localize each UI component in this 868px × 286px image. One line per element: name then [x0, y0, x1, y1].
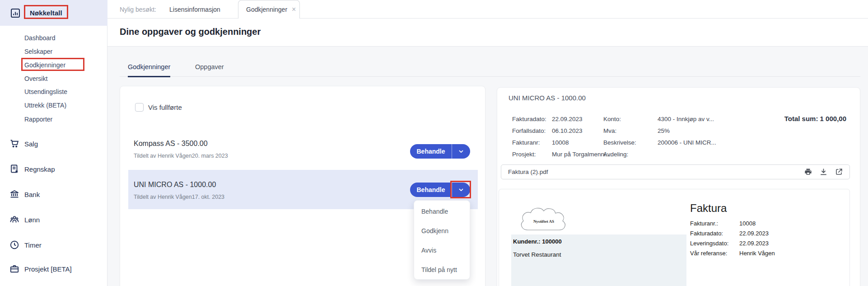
behandle-button[interactable]: Behandle: [410, 148, 452, 155]
tab-lisensinformasjon[interactable]: Lisensinformasjon: [169, 6, 220, 13]
sidebar-item-label: Salg: [24, 140, 38, 148]
bank-icon: [9, 189, 20, 200]
invoice-field-value: 22.09.2023: [739, 240, 769, 247]
app-title: Nøkkeltall: [30, 9, 62, 17]
page-title: Dine oppgaver og godkjenninger: [120, 27, 261, 37]
tab-godkjenninger-main[interactable]: Godkjenninger: [128, 56, 170, 77]
invoice-field-label: Vår referanse:: [690, 250, 727, 257]
invoice-field-label: Fakturadato:: [690, 230, 723, 237]
sidebar-item-regnskap[interactable]: Regnskap: [0, 163, 107, 175]
print-icon[interactable]: [804, 168, 812, 176]
sidebar-item-label: Regnskap: [24, 165, 55, 173]
behandle-button[interactable]: Behandle: [410, 186, 452, 193]
approval-item-title[interactable]: UNI MICRO AS - 1000.00: [134, 181, 216, 189]
chevron-down-icon[interactable]: [452, 187, 470, 193]
detail-panel: UNI MICRO AS - 1000.00 Fakturadato: 22.0…: [497, 87, 860, 286]
tab-godkjenninger[interactable]: Godkjenninger ×: [238, 0, 300, 19]
sidebar-item-godkjenninger[interactable]: Godkjenninger: [24, 61, 65, 69]
topbar: Nylig besøkt: Lisensinformasjon Godkjenn…: [107, 0, 868, 19]
field-label: Konto:: [603, 116, 621, 122]
field-value: 10008: [552, 139, 569, 146]
download-icon[interactable]: [819, 168, 828, 176]
content-area: Godkjenninger Oppgaver Vis fullførte Kom…: [107, 47, 868, 286]
people-icon: [9, 214, 20, 225]
approval-item-assigned: Tildelt av Henrik Vågen17. okt. 2023: [134, 194, 224, 200]
field-value: Mur på Torgalmenni...: [552, 151, 611, 158]
menu-item-tildel-pa-nytt[interactable]: Tildel på nytt: [414, 260, 470, 279]
clock-icon: [9, 239, 20, 250]
sidebar-item-prosjekt[interactable]: Prosjekt [BETA]: [0, 263, 107, 275]
approvals-panel: Vis fullførte Kompass AS - 3500.00 Tilde…: [120, 86, 485, 286]
approval-item-title[interactable]: Kompass AS - 3500.00: [134, 140, 208, 148]
menu-item-godkjenn[interactable]: Godkjenn: [414, 221, 470, 240]
sidebar-item-oversikt[interactable]: Oversikt: [24, 75, 47, 82]
invoice-preview: Nystiftet AS Kundenr.: 100000 Torvet Res…: [499, 189, 850, 286]
invoice-title: Faktura: [690, 202, 727, 215]
field-value: 06.10.2023: [552, 127, 583, 134]
sidebar-item-label: Prosjekt [BETA]: [24, 265, 72, 273]
ledger-icon: [9, 164, 20, 174]
field-value: 25%: [658, 127, 670, 134]
field-label: Forfallsdato:: [512, 127, 546, 134]
approval-item-assigned: Tildelt av Henrik Vågen20. mars 2023: [134, 153, 228, 159]
show-completed-checkbox[interactable]: [135, 103, 144, 112]
invoice-field-value: 22.09.2023: [739, 230, 769, 237]
recently-visited-label: Nylig besøkt:: [120, 6, 156, 13]
briefcase-icon: [9, 263, 20, 274]
field-label: Avdeling:: [603, 151, 628, 158]
customer-name: Torvet Restaurant: [513, 251, 561, 258]
close-icon[interactable]: ×: [292, 6, 296, 13]
sidebar-item-utsendingsliste[interactable]: Utsendingsliste: [24, 88, 67, 95]
main-tabs: Godkjenninger Oppgaver: [120, 56, 860, 77]
field-label: Mva:: [603, 127, 616, 134]
field-label: Prosjekt:: [512, 151, 536, 158]
behandle-split-button[interactable]: Behandle: [410, 183, 470, 197]
invoice-field-value: Henrik Vågen: [739, 250, 775, 257]
field-label: Fakturadato:: [512, 116, 546, 122]
sidebar-item-dashboard[interactable]: Dashboard: [24, 34, 56, 42]
menu-item-avvis[interactable]: Avvis: [414, 240, 470, 260]
attachment-bar: Faktura (2).pdf: [501, 164, 850, 179]
sidebar-item-lonn[interactable]: Lønn: [0, 213, 107, 226]
cart-icon: [9, 138, 20, 149]
show-completed-label: Vis fullførte: [148, 103, 182, 111]
detail-title: UNI MICRO AS - 1000.00: [509, 94, 586, 102]
sidebar: Nøkkeltall Dashboard Selskaper Godkjenni…: [0, 0, 107, 286]
behandle-split-button[interactable]: Behandle: [410, 144, 470, 159]
tab-label: Godkjenninger: [246, 6, 287, 13]
action-dropdown-menu: Behandle Godkjenn Avvis Tildel på nytt: [414, 200, 470, 280]
cloud-logo: Nystiftet AS: [517, 205, 570, 237]
invoice-field-label: Leveringsdato:: [690, 240, 728, 247]
sidebar-header[interactable]: Nøkkeltall: [0, 0, 107, 26]
open-in-new-icon[interactable]: [835, 168, 843, 176]
field-label: Fakturanr:: [512, 139, 540, 146]
attachment-filename: Faktura (2).pdf: [508, 169, 804, 175]
sidebar-item-selskaper[interactable]: Selskaper: [24, 48, 52, 55]
logo-text: Nystiftet AS: [533, 219, 554, 224]
customer-number: Kundenr.: 100000: [513, 238, 562, 245]
app-window: Nøkkeltall Dashboard Selskaper Godkjenni…: [0, 0, 868, 286]
sidebar-item-bank[interactable]: Bank: [0, 188, 107, 201]
sidebar-item-label: Lønn: [24, 216, 40, 224]
sidebar-item-label: Bank: [24, 191, 40, 198]
total-sum: Total sum: 1 000,00: [784, 115, 846, 122]
tab-oppgaver[interactable]: Oppgaver: [195, 55, 224, 76]
sidebar-item-label: Timer: [24, 241, 42, 249]
field-value: 22.09.2023: [552, 116, 583, 122]
field-label: Beskrivelse:: [603, 139, 636, 146]
chevron-down-icon[interactable]: [452, 148, 470, 155]
menu-item-behandle[interactable]: Behandle: [414, 202, 470, 221]
sidebar-item-rapporter[interactable]: Rapporter: [24, 116, 52, 123]
sidebar-item-uttrekk[interactable]: Uttrekk (BETA): [24, 102, 66, 109]
invoice-field-value: 10008: [739, 220, 756, 227]
sidebar-item-timer[interactable]: Timer: [0, 239, 107, 251]
field-value: 200006 - UNI MICR...: [658, 139, 716, 146]
sidebar-item-salg[interactable]: Salg: [0, 137, 107, 150]
page-header: Dine oppgaver og godkjenninger: [107, 19, 868, 47]
bar-chart-icon: [10, 8, 21, 19]
field-value: 4300 - Innkjøp av v...: [658, 116, 714, 122]
invoice-field-label: Fakturanr.:: [690, 220, 718, 227]
